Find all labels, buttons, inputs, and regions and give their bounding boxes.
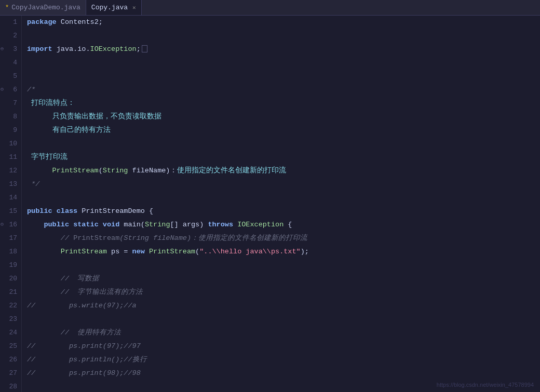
code-line-12: PrintStream(String fileName)：使用指定的文件名创建新… (27, 164, 540, 178)
code-area: 1 2 3⊖ 4 5 6⊖ 7 8 9 10 11 12 13 14 15 16… (0, 16, 540, 392)
code-line-3: import java.io.IOException; (27, 43, 540, 56)
line-num-6: 6⊖ (0, 83, 21, 97)
code-line-11: 字节打印流 (27, 151, 540, 164)
line-num-25: 25 (0, 340, 21, 353)
line-num-1: 1 (0, 16, 21, 29)
line-num-3: 3⊖ (0, 43, 21, 56)
line-num-2: 2 (0, 29, 21, 43)
line-num-16: 16⊖ (0, 218, 21, 232)
line-num-9: 9 (0, 124, 21, 137)
watermark: https://blog.csdn.net/weixin_47578994 (437, 382, 534, 388)
code-line-24: // 使用特有方法 (27, 326, 540, 340)
code-line-1: package Contents2; (27, 16, 540, 29)
code-line-7: 打印流特点： (27, 97, 540, 110)
line-num-5: 5 (0, 70, 21, 83)
code-line-19 (27, 259, 540, 272)
line-num-24: 24 (0, 326, 21, 340)
code-line-18: PrintStream ps = new PrintStream("..\\he… (27, 245, 540, 259)
code-line-13: */ (27, 178, 540, 191)
line-num-13: 13 (0, 178, 21, 191)
tab-copy-java-demo-label: CopyJavaDemo.java (11, 4, 80, 11)
code-line-25: // ps.print(97);//97 (27, 340, 540, 353)
line-num-12: 12 (0, 164, 21, 178)
line-num-23: 23 (0, 313, 21, 326)
line-num-28: 28 (0, 380, 21, 392)
code-line-9: 有自己的特有方法 (27, 124, 540, 137)
tab-copy-java-label: Copy.java (91, 4, 128, 11)
code-line-16: public static void main(String[] args) t… (27, 218, 540, 232)
line-num-17: 17 (0, 232, 21, 245)
code-line-27: // ps.print(98);//98 (27, 367, 540, 380)
code-line-22: // ps.write(97);//a (27, 299, 540, 313)
tab-close-icon[interactable]: ✕ (132, 4, 136, 11)
tab-dirty-indicator: * (5, 4, 9, 11)
line-num-18: 18 (0, 245, 21, 259)
code-line-10 (27, 137, 540, 151)
code-line-5 (27, 70, 540, 83)
code-line-6: /* (27, 83, 540, 97)
code-line-26: // ps.println();//换行 (27, 353, 540, 367)
line-num-14: 14 (0, 191, 21, 205)
code-line-4 (27, 56, 540, 70)
line-num-15: 15 (0, 205, 21, 218)
code-line-2 (27, 29, 540, 43)
line-num-7: 7 (0, 97, 21, 110)
line-num-11: 11 (0, 151, 21, 164)
line-numbers: 1 2 3⊖ 4 5 6⊖ 7 8 9 10 11 12 13 14 15 16… (0, 16, 22, 392)
line-num-20: 20 (0, 272, 21, 286)
tab-copy-java[interactable]: Copy.java ✕ (86, 0, 142, 15)
code-editor[interactable]: package Contents2; import java.io.IOExce… (22, 16, 540, 392)
code-line-20: // 写数据 (27, 272, 540, 286)
line-num-26: 26 (0, 353, 21, 367)
line-num-19: 19 (0, 259, 21, 272)
line-num-10: 10 (0, 137, 21, 151)
code-line-14 (27, 191, 540, 205)
code-line-23 (27, 313, 540, 326)
code-line-15: public class PrintStreamDemo { (27, 205, 540, 218)
line-num-21: 21 (0, 286, 21, 299)
editor-container: * CopyJavaDemo.java Copy.java ✕ 1 2 3⊖ 4… (0, 0, 540, 392)
code-line-17: // PrintStream(String fileName)：使用指定的文件名… (27, 232, 540, 245)
line-num-22: 22 (0, 299, 21, 313)
line-num-8: 8 (0, 110, 21, 124)
line-num-27: 27 (0, 367, 21, 380)
line-num-4: 4 (0, 56, 21, 70)
tab-bar: * CopyJavaDemo.java Copy.java ✕ (0, 0, 540, 16)
tab-copy-java-demo[interactable]: * CopyJavaDemo.java (0, 0, 86, 15)
code-line-8: 只负责输出数据，不负责读取数据 (27, 110, 540, 124)
code-line-21: // 字节输出流有的方法 (27, 286, 540, 299)
